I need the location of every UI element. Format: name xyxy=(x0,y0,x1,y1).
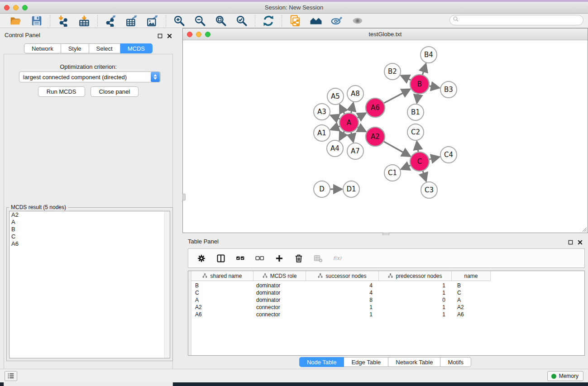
tab-edge-table[interactable]: Edge Table xyxy=(344,357,388,367)
export-network-icon[interactable] xyxy=(104,14,118,27)
tab-style[interactable]: Style xyxy=(61,43,89,53)
save-session-icon[interactable] xyxy=(30,14,43,27)
column-header-shared-name[interactable]: shared name xyxy=(191,271,253,281)
graph-edge-A-A3[interactable] xyxy=(331,115,340,119)
close-panel-icon[interactable] xyxy=(578,238,583,247)
run-mcds-button[interactable]: Run MCDS xyxy=(38,86,85,97)
graph-node-B[interactable]: B xyxy=(410,75,429,94)
mcds-result-item[interactable]: A2 xyxy=(10,211,170,219)
tab-network-table[interactable]: Network Table xyxy=(388,357,440,367)
mcds-result-item[interactable]: A xyxy=(10,219,170,226)
float-panel-icon[interactable] xyxy=(568,238,573,247)
graph-node-D1[interactable]: D1 xyxy=(343,181,359,197)
graph-node-D[interactable]: D xyxy=(314,181,330,197)
delete-row-icon[interactable] xyxy=(294,253,304,263)
graph-node-C[interactable]: C xyxy=(410,152,429,171)
graph-node-A2[interactable]: A2 xyxy=(366,127,385,146)
search-box[interactable] xyxy=(449,15,583,25)
graph-node-C2[interactable]: C2 xyxy=(407,124,424,140)
graph-edge-A-A8[interactable] xyxy=(351,103,353,113)
search-input[interactable] xyxy=(459,16,583,24)
memory-button[interactable]: Memory xyxy=(547,371,583,381)
column-header-MCDS-role[interactable]: MCDS role xyxy=(253,271,306,281)
float-panel-icon[interactable] xyxy=(158,32,163,40)
graph-edge-B-B1[interactable] xyxy=(417,94,418,102)
criterion-dropdown[interactable]: largest connected component (directed) xyxy=(19,71,161,82)
resize-grip-icon[interactable] xyxy=(581,226,587,232)
graph-edge-A2-C[interactable] xyxy=(383,141,410,156)
graph-node-A6[interactable]: A6 xyxy=(366,98,385,117)
export-image-icon[interactable] xyxy=(146,14,159,27)
graph-node-A7[interactable]: A7 xyxy=(347,143,363,159)
table-row[interactable]: Cdominator41C xyxy=(191,289,584,296)
graph-node-C4[interactable]: C4 xyxy=(440,147,457,163)
graph-node-C1[interactable]: C1 xyxy=(384,165,401,181)
graph-node-A5[interactable]: A5 xyxy=(327,88,344,105)
graph-edge-A-A5[interactable] xyxy=(340,105,344,114)
zoom-selected-icon[interactable] xyxy=(235,14,249,27)
graph-edge-C-C4[interactable] xyxy=(429,157,439,159)
column-header-name[interactable]: name xyxy=(452,271,491,281)
tab-select[interactable]: Select xyxy=(89,43,120,53)
graph-edge-A6-B[interactable] xyxy=(384,90,410,103)
network-canvas[interactable]: B4B2BB3A5A8A6B1A3AC2A1A2A4A7C4CC1C3DD1 xyxy=(183,40,588,233)
graph-edge-C-C1[interactable] xyxy=(402,165,411,169)
home-icon[interactable] xyxy=(309,14,323,27)
svg-text:B1: B1 xyxy=(411,108,420,116)
column-header-successor-nodes[interactable]: successor nodes xyxy=(306,271,379,281)
tab-node-table[interactable]: Node Table xyxy=(299,357,344,367)
graph-edge-A-A7[interactable] xyxy=(351,132,354,141)
table-row[interactable]: A6connector11A6 xyxy=(191,311,584,318)
mcds-result-item[interactable]: A6 xyxy=(10,240,170,248)
close-panel-icon[interactable] xyxy=(167,32,172,40)
graph-node-A[interactable]: A xyxy=(339,113,359,132)
select-all-icon[interactable] xyxy=(235,253,245,263)
tab-mcds[interactable]: MCDS xyxy=(120,43,153,53)
export-table-icon[interactable] xyxy=(125,14,139,27)
graph-edge-A-A4[interactable] xyxy=(340,131,344,139)
graph-node-A3[interactable]: A3 xyxy=(314,104,330,120)
graph-edge-C-C3[interactable] xyxy=(423,171,426,181)
column-header-predecessor-nodes[interactable]: predecessor nodes xyxy=(379,271,452,281)
graph-node-C3[interactable]: C3 xyxy=(421,182,437,198)
graph-node-A4[interactable]: A4 xyxy=(327,140,343,157)
graph-node-A1[interactable]: A1 xyxy=(314,125,330,141)
attribute-settings-icon[interactable] xyxy=(196,253,206,263)
graph-edge-B-B3[interactable] xyxy=(429,86,439,88)
close-panel-button[interactable]: Close panel xyxy=(91,86,139,97)
table-row[interactable]: A2connector11A2 xyxy=(191,304,584,311)
columns-icon[interactable] xyxy=(216,253,226,263)
table-row[interactable]: Bdominator41B xyxy=(191,282,584,289)
graph-edge-A-A6[interactable] xyxy=(357,113,365,118)
open-network-file-icon[interactable] xyxy=(288,14,302,27)
deselect-all-icon[interactable] xyxy=(255,253,265,263)
graph-node-B2[interactable]: B2 xyxy=(384,63,401,80)
graph-node-A8[interactable]: A8 xyxy=(347,86,363,102)
zoom-in-icon[interactable] xyxy=(172,14,186,27)
graph-node-B4[interactable]: B4 xyxy=(421,47,437,63)
mcds-result-item[interactable]: B xyxy=(10,226,170,233)
import-table-icon[interactable] xyxy=(77,14,91,27)
graph-edge-C-C2[interactable] xyxy=(417,142,418,152)
table-cell: C xyxy=(191,289,253,296)
import-network-icon[interactable] xyxy=(57,14,70,27)
zoom-out-icon[interactable] xyxy=(193,14,207,27)
add-row-icon[interactable] xyxy=(274,253,284,263)
mcds-result-item[interactable]: C xyxy=(10,233,170,240)
vertical-splitter-handle[interactable] xyxy=(182,194,186,200)
graph-edge-A-A1[interactable] xyxy=(331,126,340,130)
graph-edge-B-B4[interactable] xyxy=(422,64,425,75)
hide-panels-icon[interactable] xyxy=(330,14,344,27)
tab-network[interactable]: Network xyxy=(24,43,61,53)
graph-edge-A-A2[interactable] xyxy=(358,127,365,131)
refresh-icon[interactable] xyxy=(262,14,275,27)
graph-node-B3[interactable]: B3 xyxy=(440,81,457,98)
open-session-icon[interactable] xyxy=(9,14,23,27)
show-task-history-button[interactable] xyxy=(5,371,17,381)
show-eye-icon[interactable] xyxy=(351,14,364,27)
table-row[interactable]: Adominator80A xyxy=(191,296,584,304)
graph-node-B1[interactable]: B1 xyxy=(407,104,424,120)
graph-edge-B-B2[interactable] xyxy=(402,76,411,80)
tab-motifs[interactable]: Motifs xyxy=(440,357,471,367)
zoom-fit-icon[interactable] xyxy=(214,14,228,27)
